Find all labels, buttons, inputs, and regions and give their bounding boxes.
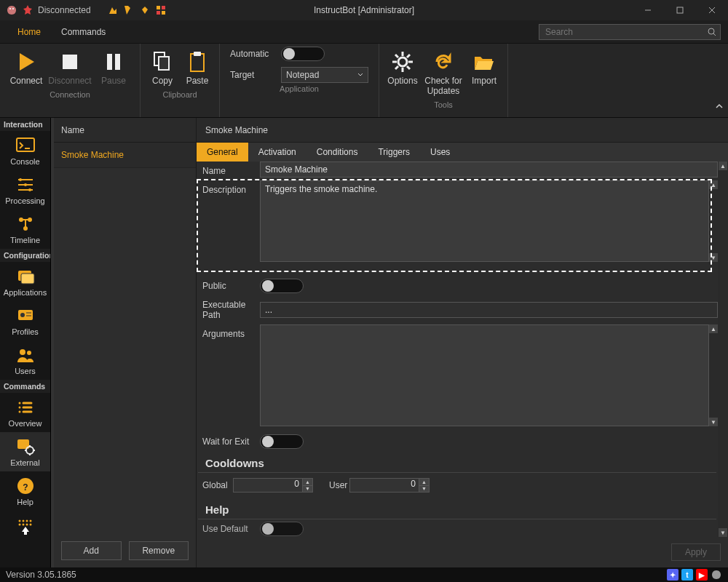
- profiles-icon: [15, 306, 36, 326]
- user-value: 0: [411, 479, 416, 489]
- apply-button[interactable]: Apply: [671, 543, 721, 561]
- minimize-button[interactable]: [632, 0, 664, 20]
- svg-point-1: [12, 8, 14, 9]
- pause-icon: [101, 49, 126, 74]
- youtube-icon[interactable]: ▶: [696, 569, 708, 581]
- sidebar-item-timeline[interactable]: Timeline: [0, 210, 50, 249]
- tab-triggers[interactable]: Triggers: [368, 143, 420, 162]
- editor-pane: Smoke Machine General Activation Conditi…: [197, 118, 728, 567]
- tab-activation[interactable]: Activation: [248, 143, 306, 162]
- sidebar-label-help: Help: [17, 498, 33, 506]
- check-label-2: Updates: [427, 86, 460, 96]
- applications-icon: [15, 266, 36, 287]
- use-default-label: Use Default: [197, 519, 260, 537]
- group-connection: Connection: [4, 89, 135, 100]
- remove-button[interactable]: Remove: [129, 541, 189, 560]
- svg-point-66: [22, 524, 24, 526]
- target-select[interactable]: Notepad: [281, 67, 368, 83]
- import-button[interactable]: Import: [465, 47, 503, 89]
- svg-point-54: [26, 447, 33, 454]
- tab-home[interactable]: Home: [7, 23, 51, 41]
- tab-uses[interactable]: Uses: [420, 143, 460, 162]
- svg-rect-28: [17, 138, 34, 151]
- version-text: Version 3.05.1865: [6, 570, 76, 580]
- tab-commands[interactable]: Commands: [51, 23, 116, 41]
- public-toggle[interactable]: [260, 279, 304, 293]
- sidebar-item-help[interactable]: ? Help: [0, 471, 50, 511]
- global-spinner[interactable]: ▲▼: [302, 479, 312, 492]
- sidebar-item-input[interactable]: [0, 511, 50, 535]
- tab-conditions[interactable]: Conditions: [306, 143, 368, 162]
- sidebar-cat-configuration: Configuration: [0, 249, 50, 262]
- svg-point-10: [708, 28, 714, 34]
- sidebar-item-users[interactable]: Users: [0, 340, 50, 380]
- user-cooldown-input[interactable]: 0▲▼: [349, 478, 430, 493]
- sidebar-item-console[interactable]: Console: [0, 131, 50, 170]
- folder-open-icon: [472, 49, 496, 74]
- sidebar-label-external: External: [10, 458, 39, 467]
- wait-for-exit-toggle[interactable]: [260, 434, 304, 449]
- automatic-toggle[interactable]: [281, 47, 325, 61]
- svg-rect-7: [677, 7, 683, 13]
- search-box[interactable]: [539, 24, 721, 40]
- sidebar-item-external[interactable]: External: [0, 432, 50, 471]
- sidebar-item-profiles[interactable]: Profiles: [0, 301, 50, 340]
- command-list: Name Smoke Machine Add Remove: [54, 118, 197, 567]
- options-button[interactable]: Options: [384, 47, 422, 89]
- twitter-icon[interactable]: t: [681, 569, 693, 581]
- executable-path-button[interactable]: ...: [260, 302, 718, 318]
- connect-label: Connect: [10, 76, 43, 86]
- copy-button[interactable]: Copy: [145, 47, 180, 89]
- use-default-toggle[interactable]: [260, 522, 304, 536]
- global-cooldown-input[interactable]: 0▲▼: [233, 478, 313, 493]
- group-application: Application: [224, 83, 374, 95]
- quick-icon-4[interactable]: [155, 4, 167, 16]
- tab-general[interactable]: General: [197, 143, 248, 162]
- svg-line-24: [395, 55, 398, 57]
- status-bar: Version 3.05.1865 ✦ t ▶: [0, 567, 728, 582]
- svg-rect-5: [162, 11, 165, 15]
- list-header[interactable]: Name: [54, 118, 196, 143]
- svg-point-42: [20, 313, 25, 317]
- ribbon-collapse-button[interactable]: [715, 102, 724, 113]
- close-button[interactable]: [696, 0, 728, 20]
- svg-rect-13: [107, 54, 112, 70]
- wait-for-exit-label: Wait for Exit: [197, 432, 260, 451]
- search-input[interactable]: [539, 27, 704, 37]
- sidebar-item-processing[interactable]: Processing: [0, 170, 50, 210]
- editor-title: Smoke Machine: [197, 118, 728, 143]
- paste-icon: [185, 49, 210, 74]
- quick-icon-2[interactable]: [123, 4, 135, 16]
- input-icon: [15, 515, 36, 535]
- connect-button[interactable]: Connect: [4, 47, 48, 89]
- sidebar-item-overview[interactable]: Overview: [0, 393, 50, 432]
- quick-icon-1[interactable]: [107, 4, 119, 16]
- svg-point-68: [29, 524, 31, 526]
- list-item[interactable]: Smoke Machine: [54, 143, 196, 168]
- paste-button[interactable]: Paste: [180, 47, 215, 89]
- sidebar-item-applications[interactable]: Applications: [0, 262, 50, 301]
- svg-rect-14: [115, 54, 120, 70]
- quick-icon-3[interactable]: [139, 4, 151, 16]
- sidebar-label-overview: Overview: [9, 419, 42, 428]
- form-scrollbar[interactable]: ▲▼: [718, 162, 728, 537]
- automatic-label: Automatic: [230, 49, 274, 59]
- svg-point-62: [22, 520, 24, 522]
- arguments-scrollbar[interactable]: ▲▼: [709, 324, 718, 426]
- footer-app-icon[interactable]: [711, 569, 722, 581]
- app-icon: [6, 4, 17, 16]
- add-button[interactable]: Add: [61, 541, 122, 560]
- check-updates-button[interactable]: Check for Updates: [422, 47, 465, 99]
- arguments-field[interactable]: [260, 324, 709, 426]
- search-icon[interactable]: [704, 28, 720, 36]
- name-field[interactable]: [260, 162, 718, 178]
- description-scrollbar[interactable]: ▲▼: [709, 180, 718, 262]
- description-field[interactable]: [260, 180, 709, 262]
- editor-tabs: General Activation Conditions Triggers U…: [197, 143, 728, 162]
- svg-point-35: [28, 188, 31, 191]
- discord-icon[interactable]: ✦: [667, 569, 678, 581]
- title-bar: Disconnected InstructBot [Administrator]: [0, 0, 728, 20]
- maximize-button[interactable]: [664, 0, 696, 20]
- group-clipboard: Clipboard: [145, 89, 215, 100]
- user-spinner[interactable]: ▲▼: [419, 479, 429, 492]
